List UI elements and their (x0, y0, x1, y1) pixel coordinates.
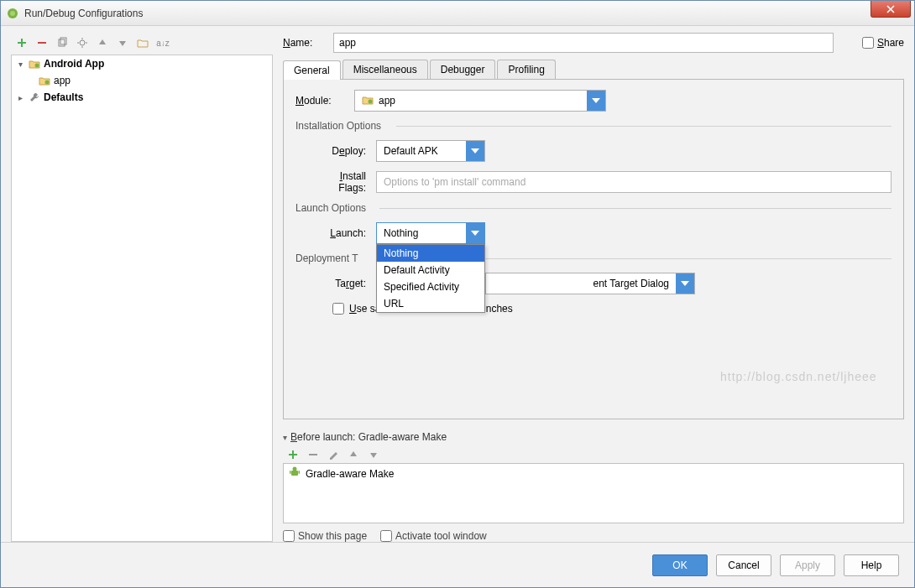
launch-section-label: Launch Options (295, 202, 891, 214)
chevron-down-icon[interactable] (676, 273, 694, 294)
module-row: Module: app (295, 90, 891, 112)
move-down-icon[interactable] (115, 35, 130, 50)
move-up-icon[interactable] (95, 35, 110, 50)
tab-general[interactable]: General (283, 60, 341, 80)
share-checkbox[interactable] (862, 37, 874, 49)
settings-icon[interactable] (75, 35, 90, 50)
tab-miscellaneous[interactable]: Miscellaneous (342, 60, 428, 79)
module-combo[interactable]: app (354, 90, 606, 112)
copy-config-icon[interactable] (55, 35, 70, 50)
svg-rect-3 (60, 38, 66, 44)
up-task-icon[interactable] (347, 448, 360, 461)
launch-combo[interactable]: Nothing (376, 222, 485, 244)
right-panel: Name: Share General Miscellaneous Debugg… (273, 33, 904, 542)
expand-icon[interactable]: ▸ (15, 93, 25, 102)
down-task-icon[interactable] (367, 448, 380, 461)
before-launch-header[interactable]: ▾ Before launch: Gradle-aware Make (283, 431, 904, 443)
module-value: app (379, 95, 395, 107)
collapse-icon: ▾ (283, 433, 287, 442)
android-folder-icon (28, 57, 41, 70)
deploy-combo[interactable]: Default APK (376, 140, 485, 162)
tree-toolbar: a↓z (11, 33, 273, 53)
watermark: http://blog.csdn.net/ljheee (720, 370, 877, 383)
tree-label: Defaults (44, 91, 83, 103)
module-folder-icon (362, 94, 374, 108)
svg-rect-11 (299, 471, 301, 474)
target-label: Target: (295, 278, 376, 289)
left-panel: a↓z ▾ Android App app ▸ Defaults (11, 33, 273, 542)
svg-point-4 (80, 40, 85, 45)
footer-checks: Show this page Activate tool window (283, 530, 904, 542)
name-label: Name: (283, 37, 325, 49)
dropdown-option[interactable]: Default Activity (377, 262, 484, 278)
target-combo[interactable]: ent Target Dialog (485, 273, 695, 294)
button-bar: OK Cancel Apply Help (1, 542, 914, 587)
edit-task-icon[interactable] (327, 448, 340, 461)
window-title: Run/Debug Configurations (24, 8, 143, 19)
tree-node-defaults[interactable]: ▸ Defaults (12, 89, 272, 106)
install-flags-row: Install Flags: (295, 170, 891, 194)
name-input[interactable] (333, 33, 834, 53)
svg-point-1 (10, 11, 15, 16)
activate-window-checkbox[interactable] (380, 530, 392, 542)
content-area: a↓z ▾ Android App app ▸ Defaults (1, 26, 914, 542)
tab-debugger[interactable]: Debugger (430, 60, 496, 79)
share-checkbox-wrap: Share (862, 37, 904, 49)
install-flags-label: Install Flags: (295, 170, 376, 194)
list-item[interactable]: Gradle-aware Make (284, 464, 903, 483)
tree-label: app (54, 75, 71, 86)
task-label: Gradle-aware Make (306, 468, 394, 480)
app-folder-icon (38, 74, 51, 87)
install-flags-input[interactable] (376, 171, 891, 193)
app-icon (6, 7, 19, 20)
tree-node-android-app[interactable]: ▾ Android App (12, 55, 272, 72)
tab-profiling[interactable]: Profiling (497, 60, 555, 79)
wrench-icon (28, 91, 41, 104)
titlebar: Run/Debug Configurations (1, 1, 914, 26)
svg-rect-8 (291, 471, 298, 476)
close-button[interactable] (871, 1, 911, 18)
same-device-checkbox[interactable] (332, 303, 344, 315)
deploy-label: Deploy: (295, 145, 376, 157)
dropdown-option[interactable]: Nothing (377, 245, 484, 262)
tab-body: Module: app Installation Options Deploy:… (283, 80, 904, 419)
chevron-down-icon[interactable] (466, 141, 484, 161)
svg-point-6 (45, 81, 50, 85)
remove-task-icon[interactable] (306, 448, 320, 461)
sort-icon[interactable]: a↓z (155, 35, 170, 50)
deploy-value: Default APK (384, 145, 438, 157)
launch-row: Launch: Nothing Nothing Default Activity… (295, 222, 891, 244)
add-task-icon[interactable] (286, 448, 300, 461)
svg-point-7 (369, 99, 373, 103)
help-button[interactable]: Help (844, 554, 899, 576)
before-launch-label: Before launch: Gradle-aware Make (290, 431, 447, 443)
android-icon (289, 466, 301, 481)
chevron-down-icon[interactable] (466, 223, 484, 243)
dropdown-option[interactable]: URL (377, 295, 484, 312)
launch-dropdown: Nothing Default Activity Specified Activ… (376, 244, 485, 313)
install-section-label: Installation Options (295, 120, 891, 132)
expand-icon[interactable]: ▾ (15, 60, 25, 69)
before-launch-list[interactable]: Gradle-aware Make (283, 463, 904, 523)
tree-node-app[interactable]: app (12, 72, 272, 89)
cancel-button[interactable]: Cancel (716, 554, 771, 576)
svg-rect-2 (59, 39, 65, 46)
svg-point-9 (293, 467, 297, 471)
config-tree[interactable]: ▾ Android App app ▸ Defaults (11, 55, 273, 542)
deploy-row: Deploy: Default APK (295, 140, 891, 162)
tree-label: Android App (44, 58, 104, 70)
before-launch-toolbar (283, 446, 904, 463)
launch-value: Nothing (384, 227, 418, 239)
show-page-checkbox[interactable] (283, 530, 295, 542)
svg-point-5 (35, 64, 39, 68)
remove-config-icon[interactable] (34, 35, 50, 50)
dialog-window: Run/Debug Configurations a↓z ▾ Android (0, 0, 915, 588)
before-launch-section: ▾ Before launch: Gradle-aware Make Gradl… (283, 431, 904, 542)
ok-button[interactable]: OK (652, 554, 708, 576)
dropdown-option[interactable]: Specified Activity (377, 278, 484, 295)
show-page-label: Show this page (298, 530, 367, 542)
add-config-icon[interactable] (14, 35, 29, 50)
folder-icon[interactable] (135, 35, 150, 50)
apply-button[interactable]: Apply (780, 554, 835, 576)
chevron-down-icon[interactable] (587, 91, 605, 111)
